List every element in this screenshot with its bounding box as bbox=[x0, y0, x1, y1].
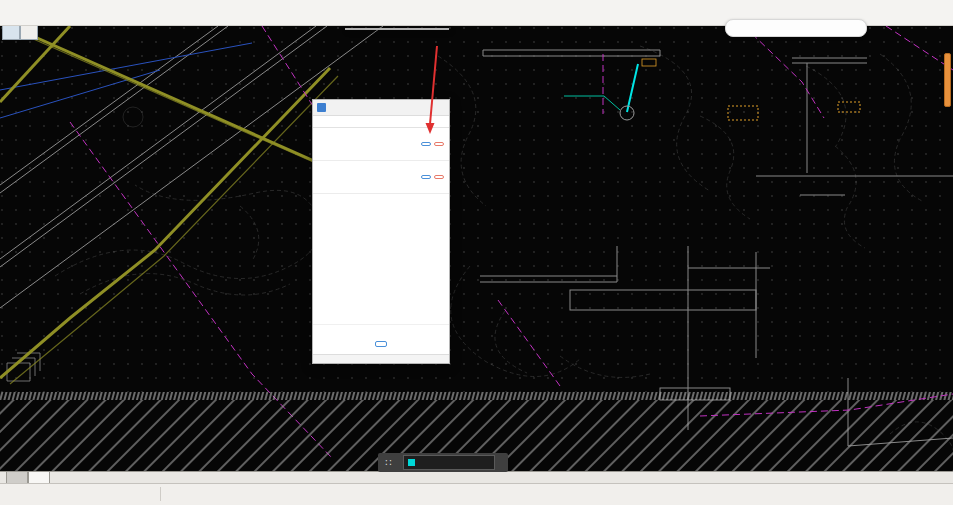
annotation-arrow bbox=[420, 44, 450, 144]
export-excel-button[interactable] bbox=[375, 341, 387, 347]
view-button[interactable] bbox=[421, 175, 431, 179]
pipe-type-select[interactable] bbox=[403, 455, 495, 470]
tab-layout1[interactable] bbox=[28, 471, 50, 483]
cad-canvas[interactable] bbox=[0, 26, 953, 471]
tab-model[interactable] bbox=[6, 471, 28, 483]
tab-drawing-ss01[interactable] bbox=[20, 26, 38, 40]
category-grid-icon[interactable]: ∷ bbox=[385, 457, 391, 468]
divider bbox=[160, 487, 161, 501]
ime-toolbar[interactable] bbox=[725, 19, 867, 37]
dialog-hint bbox=[313, 354, 449, 363]
annotation-toolbar: ∷ bbox=[378, 453, 508, 472]
color-swatch bbox=[408, 459, 415, 466]
dialog-icon bbox=[317, 103, 326, 112]
road-hatch-band bbox=[0, 392, 953, 400]
list-item-green-inlet[interactable] bbox=[313, 161, 449, 194]
status-bar bbox=[0, 483, 953, 505]
tab-drawing-s03[interactable] bbox=[2, 26, 20, 40]
layout-tabbar bbox=[0, 471, 953, 483]
empty-list-area bbox=[313, 194, 449, 324]
drawing-tabs bbox=[2, 26, 38, 40]
delete-button[interactable] bbox=[434, 175, 444, 179]
recognition-dropdown-menu bbox=[345, 28, 449, 30]
scrollbar-thumb[interactable] bbox=[944, 53, 951, 107]
